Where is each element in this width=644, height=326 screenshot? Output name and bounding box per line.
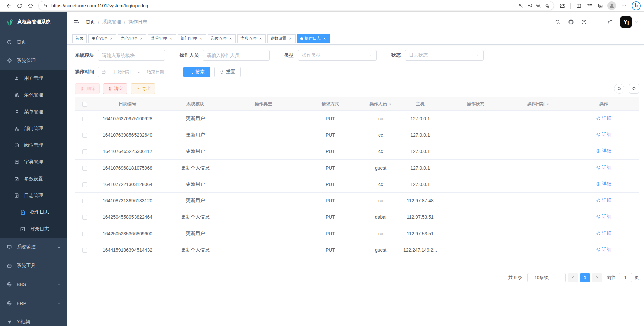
reset-button[interactable]: 重置 [214,67,241,77]
column-header[interactable]: 操作人员 [364,97,397,110]
browser-menu-button[interactable] [618,1,629,10]
close-icon[interactable]: × [199,36,203,41]
collapse-sidebar-icon[interactable] [73,19,80,26]
sort-icon[interactable] [546,102,550,107]
sidebar-item[interactable]: 系统管理 [0,51,67,70]
tab[interactable]: 首页 [72,34,87,43]
favorites-button[interactable] [584,1,595,10]
prev-page-button[interactable] [568,273,578,282]
select-all-checkbox[interactable] [82,102,87,107]
profile-avatar[interactable] [607,1,616,10]
row-checkbox[interactable] [82,166,87,171]
add-favorite-icon[interactable] [544,3,550,8]
row-checkbox[interactable] [82,149,87,154]
close-icon[interactable]: × [288,36,292,41]
sidebar-item[interactable]: Yi框架 [0,313,67,326]
user-avatar[interactable]: Yj [620,16,632,28]
toggle-search-button[interactable] [614,84,624,94]
split-screen-button[interactable] [573,1,584,10]
status-select[interactable]: 日志状态 [405,50,484,61]
search-button[interactable]: 搜索 [183,67,210,77]
row-checkbox[interactable] [82,182,87,187]
column-header[interactable]: 操作日期 [508,97,569,110]
tab[interactable]: 菜单管理× [148,34,176,43]
font-size-icon[interactable] [607,19,613,25]
tab[interactable]: 参数设置× [267,34,296,43]
tab[interactable]: 用户管理× [88,34,116,43]
sidebar-item[interactable]: 系统工具 [0,256,67,275]
detail-link[interactable]: 详细 [596,247,611,253]
help-icon[interactable] [581,19,587,25]
url-text[interactable]: https://ccnetcore.com:1101/system/log/op… [51,3,515,8]
export-button[interactable]: 导出 [131,83,155,94]
zoom-out-icon[interactable] [536,3,541,8]
row-checkbox[interactable] [82,248,87,253]
extensions-button[interactable] [557,1,568,10]
avatar-dropdown-icon[interactable] [635,20,638,24]
detail-link[interactable]: 详细 [596,181,611,187]
address-bar[interactable]: https://ccnetcore.com:1101/system/log/op… [38,1,554,10]
github-icon[interactable] [568,19,574,25]
detail-link[interactable]: 详细 [596,132,611,138]
breadcrumb-item[interactable]: 首页 [86,19,95,25]
tab[interactable]: 部门管理× [178,34,206,43]
detail-link[interactable]: 详细 [596,214,611,220]
page-size-select[interactable]: 10条/页 [527,273,566,282]
module-input[interactable] [98,50,165,61]
close-icon[interactable]: × [139,36,143,41]
goto-page-input[interactable] [619,273,632,282]
close-icon[interactable]: × [258,36,263,41]
home-button[interactable] [25,1,36,10]
operator-input[interactable] [203,50,270,61]
close-icon[interactable]: × [228,36,233,41]
clear-button[interactable]: 清空 [103,83,127,94]
close-icon[interactable]: × [169,36,173,41]
date-range-picker[interactable]: 开始日期 - 结束日期 [98,67,173,77]
sidebar-item[interactable]: 操作日志 [0,204,67,221]
tab[interactable]: 角色管理× [118,34,146,43]
sidebar-item[interactable]: 系统监控 [0,238,67,256]
sidebar-item[interactable]: 岗位管理 [0,137,67,154]
fullscreen-icon[interactable] [594,19,600,25]
sidebar-item[interactable]: 首页 [0,32,67,51]
detail-link[interactable]: 详细 [596,165,611,171]
detail-link[interactable]: 详细 [596,230,611,236]
breadcrumb-item[interactable]: 操作日志 [128,19,147,25]
detail-link[interactable]: 详细 [596,115,611,121]
tab[interactable]: 操作日志× [297,34,330,43]
tab[interactable]: 岗位管理× [208,34,236,43]
sidebar-item[interactable]: 登录日志 [0,221,67,238]
sidebar-item[interactable]: 部门管理 [0,120,67,137]
collections-button[interactable] [595,1,605,10]
sidebar-item[interactable]: 用户管理 [0,70,67,87]
delete-button[interactable]: 删除 [75,83,100,94]
row-checkbox[interactable] [82,232,87,236]
tab[interactable]: 字典管理× [237,34,266,43]
refresh-button[interactable] [14,1,25,10]
breadcrumb-item[interactable]: 系统管理 [102,19,121,25]
sidebar-item[interactable]: 字典管理 [0,154,67,171]
current-page-button[interactable]: 1 [580,273,590,282]
sidebar-item[interactable]: BBS [0,275,67,294]
read-aloud-icon[interactable] [527,3,532,8]
password-icon[interactable] [518,3,524,8]
refresh-table-button[interactable] [629,84,639,94]
row-checkbox[interactable] [82,117,87,121]
row-checkbox[interactable] [82,133,87,138]
detail-link[interactable]: 详细 [596,148,611,154]
row-checkbox[interactable] [82,199,87,203]
close-icon[interactable]: × [322,36,327,41]
row-checkbox[interactable] [82,215,87,220]
back-button[interactable] [3,1,14,10]
sidebar-item[interactable]: 角色管理 [0,87,67,104]
close-icon[interactable]: × [109,36,113,41]
next-page-button[interactable] [592,273,602,282]
bing-chat-button[interactable]: b [632,1,641,10]
sidebar-item[interactable]: 日志管理 [0,187,67,204]
sidebar-item[interactable]: ERP [0,294,67,313]
sort-icon[interactable] [388,102,392,107]
sidebar-item[interactable]: 参数设置 [0,171,67,187]
detail-link[interactable]: 详细 [596,197,611,203]
sidebar-item[interactable]: 菜单管理 [0,104,67,120]
search-icon[interactable] [555,19,561,25]
